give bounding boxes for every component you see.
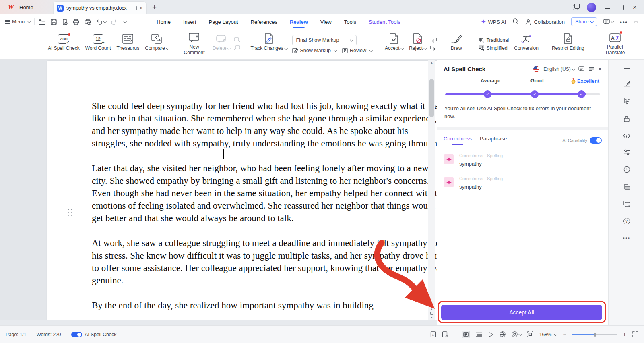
tab-correctness[interactable]: Correctness (444, 136, 472, 145)
customize-toolbar-chevron-icon[interactable] (124, 20, 127, 23)
tab-references[interactable]: References (250, 16, 278, 28)
vertical-scrollbar[interactable]: ▲ ▲ ▼ (428, 60, 435, 320)
select-browse-object-icon[interactable] (430, 312, 433, 315)
feedback-icon[interactable] (578, 66, 584, 72)
tab-page-layout[interactable]: Page Layout (208, 16, 239, 28)
zoom-level-control[interactable]: 168% (539, 332, 557, 337)
tab-student-tools[interactable]: Student Tools (368, 16, 401, 28)
print-layout-view-button[interactable] (462, 331, 470, 338)
code-icon[interactable] (623, 133, 630, 138)
panel-close-icon[interactable]: × (598, 66, 602, 72)
tab-tools[interactable]: Tools (343, 16, 357, 28)
new-comment-button[interactable]: New Comment (179, 33, 210, 56)
scroll-up-icon[interactable]: ▲ (428, 60, 435, 65)
read-mode-icon[interactable] (488, 332, 493, 337)
collapse-icon[interactable] (624, 68, 630, 69)
minimize-icon[interactable] (605, 8, 610, 9)
history-clock-icon[interactable] (623, 166, 630, 173)
score-slider[interactable]: ✓ ✓ ✓ (445, 90, 600, 98)
word-count-indicator[interactable]: Words: 220 (36, 332, 61, 337)
eye-protection-button[interactable] (512, 331, 521, 337)
spell-check-toggle[interactable] (71, 332, 82, 337)
outline-view-icon[interactable] (476, 332, 482, 337)
conversion-button[interactable]: Conversion (511, 33, 541, 56)
open-icon[interactable] (39, 19, 45, 25)
save-icon[interactable] (51, 19, 57, 25)
slider-checkpoint-good[interactable]: ✓ (531, 90, 539, 98)
web-layout-icon[interactable] (500, 331, 506, 337)
new-tab-button[interactable]: + (152, 3, 157, 12)
to-simplified-button[interactable]: Simplified (478, 45, 509, 51)
slider-checkpoint-average[interactable]: ✓ (484, 90, 491, 98)
paragraph[interactable]: She could feel deep sympathy for her fri… (92, 100, 437, 150)
ai-capability-toggle[interactable] (590, 137, 602, 144)
select-tool-icon[interactable] (623, 98, 630, 105)
paragraph[interactable]: Later that day, she visited her neighbor… (92, 162, 437, 224)
list-item[interactable]: Correctness - Spelling sympathy (444, 149, 602, 172)
review-mode-button[interactable]: Review (342, 48, 372, 53)
document-area[interactable]: She could feel deep sympathy for her fri… (0, 60, 437, 320)
zoom-slider[interactable] (572, 332, 617, 337)
edit-pen-icon[interactable] (623, 80, 630, 87)
maximize-icon[interactable] (619, 5, 624, 10)
paragraph-drag-handle-icon[interactable] (68, 209, 73, 217)
restrict-editing-button[interactable]: Restrict Editing (549, 33, 587, 56)
settings-sliders-icon[interactable] (623, 149, 630, 155)
word-count-button[interactable]: 12+ Word Count (83, 33, 114, 56)
help-icon[interactable]: ? (623, 218, 630, 224)
search-icon[interactable] (512, 18, 519, 26)
accept-button[interactable]: Accept (382, 33, 406, 56)
tab-view[interactable]: View (320, 16, 332, 28)
paragraph[interactable]: At work, she saw a colleague struggling … (92, 237, 437, 287)
parallel-translate-button[interactable]: A Parallel Translate (595, 33, 635, 56)
markup-mode-select[interactable]: Final Show Markup (292, 35, 357, 45)
to-traditional-button[interactable]: Traditional (478, 37, 509, 43)
home-tab[interactable]: Home (16, 0, 44, 14)
print-icon[interactable] (73, 19, 79, 25)
list-item[interactable]: Correctness - Spelling sympathy (444, 172, 602, 195)
collaboration-button[interactable]: Collaboration (525, 19, 565, 25)
compare-button[interactable]: Compare (142, 33, 171, 56)
page-indicator[interactable]: Page: 1/1 (6, 332, 26, 337)
previous-page-icon[interactable]: ▲ (430, 308, 433, 310)
track-changes-button[interactable]: 2 Track Changes (248, 33, 290, 56)
wps-ai-button[interactable]: ✦ WPS AI (481, 18, 506, 25)
reject-button[interactable]: Reject (406, 33, 429, 56)
language-select[interactable]: English (US) (543, 66, 574, 72)
more-options-icon[interactable]: ••• (620, 19, 628, 25)
zoom-in-button[interactable]: + (623, 331, 626, 337)
tab-paraphrase[interactable]: Paraphrase (480, 136, 507, 145)
suggestion-word[interactable]: sympathy (459, 184, 503, 190)
duplicate-pages-icon[interactable] (623, 201, 630, 207)
slider-checkpoint-excellent[interactable]: ✓ (578, 90, 585, 98)
user-avatar[interactable] (587, 3, 596, 12)
previous-change-icon[interactable] (430, 37, 437, 43)
layout-mode-icon[interactable] (573, 5, 578, 10)
print-preview-icon[interactable] (85, 19, 91, 25)
panel-menu-icon[interactable] (588, 67, 594, 71)
scrollbar-thumb[interactable] (429, 79, 434, 117)
next-change-icon[interactable] (430, 45, 437, 51)
ai-spell-check-button[interactable]: ABC✓ AI Spell Check (45, 33, 83, 56)
fit-page-icon[interactable] (527, 331, 533, 337)
page-view-icon[interactable]: 1 (430, 331, 436, 337)
more-tools-icon[interactable]: ••• (623, 235, 631, 241)
document-page[interactable]: She could feel deep sympathy for her fri… (47, 61, 437, 320)
tab-close-icon[interactable]: × (140, 5, 143, 11)
export-pdf-icon[interactable] (62, 19, 68, 25)
tab-review[interactable]: Review (289, 16, 309, 28)
comment-panel-button[interactable] (603, 19, 613, 25)
fullscreen-icon[interactable] (632, 331, 638, 337)
collapse-ribbon-icon[interactable] (634, 20, 638, 25)
paragraph[interactable]: By the end of the day, she realized how … (92, 299, 437, 312)
next-page-icon[interactable]: ▼ (430, 316, 433, 319)
page-flip-icon[interactable] (442, 331, 448, 337)
tab-home[interactable]: Home (156, 16, 171, 28)
wps-logo-icon[interactable]: W (6, 3, 16, 11)
draw-button[interactable]: Draw (445, 33, 468, 56)
thesaurus-button[interactable]: Thesaurus (114, 33, 142, 56)
redo-button[interactable] (111, 19, 117, 25)
tab-insert[interactable]: Insert (182, 16, 197, 28)
menu-button[interactable]: Menu (5, 19, 30, 25)
document-tab[interactable]: W sympathy vs empathy.docx × (53, 1, 147, 14)
